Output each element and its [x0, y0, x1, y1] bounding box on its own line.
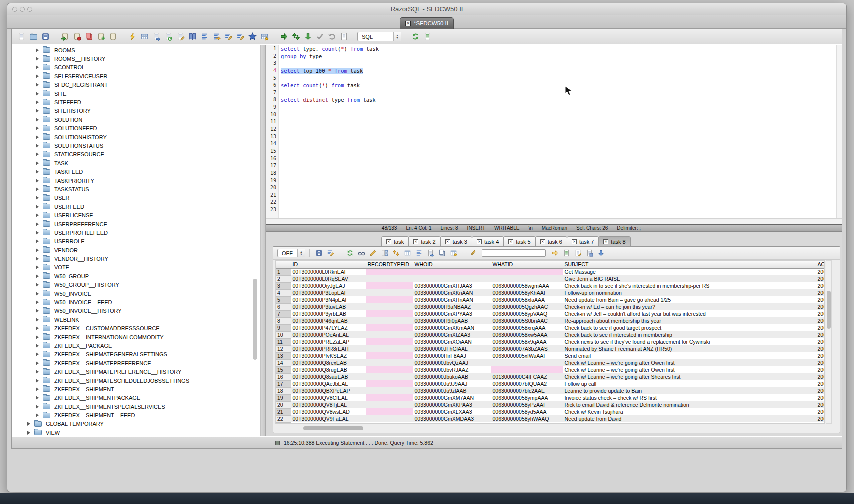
- column-header-ID[interactable]: ID: [291, 261, 366, 268]
- cell-subject[interactable]: Rick to email David & reference Delmonte…: [563, 402, 816, 408]
- disclosure-triangle-icon[interactable]: [36, 370, 39, 374]
- code-line-19[interactable]: [281, 178, 842, 186]
- cell-num[interactable]: 16: [276, 374, 291, 380]
- cell-whoid[interactable]: 0033000000GmXMDAA3: [413, 416, 491, 422]
- disclosure-triangle-icon[interactable]: [36, 179, 39, 183]
- column-header-SUBJECT[interactable]: SUBJECT: [563, 261, 816, 268]
- cell-recordtypeid[interactable]: [366, 394, 413, 402]
- cell-whatid[interactable]: [491, 276, 563, 282]
- cell-recordtypeid[interactable]: [366, 324, 413, 332]
- cell-ac[interactable]: 200: [816, 318, 825, 324]
- disclosure-triangle-icon[interactable]: [36, 396, 39, 400]
- disclosure-triangle-icon[interactable]: [36, 300, 39, 304]
- cell-id[interactable]: 00T3000000Q8rugEAB: [291, 366, 366, 374]
- cell-ac[interactable]: 200: [816, 304, 825, 310]
- window-titlebar[interactable]: RazorSQL - SFDCW50 II: [8, 4, 846, 16]
- cell-id[interactable]: 00T3000000QV8TjEAL: [291, 402, 366, 408]
- table-row[interactable]: 300T3000000OiyJgEAJ0033000000GmXHJAA3006…: [276, 282, 825, 290]
- cell-ac[interactable]: 200: [816, 352, 825, 360]
- cell-subject[interactable]: Give Jenn a BIG RAISE: [563, 276, 816, 282]
- cell-subject[interactable]: Follow up call: [563, 380, 816, 388]
- cell-ac[interactable]: 200: [816, 366, 825, 374]
- cell-whoid[interactable]: 0033000000Ju9zlAAB: [413, 388, 491, 394]
- result-tab-task-7[interactable]: ✕task 7: [567, 236, 599, 247]
- copy-table-icon[interactable]: [448, 248, 458, 258]
- cell-ac[interactable]: 200: [816, 296, 825, 304]
- table-row[interactable]: 2100T3000000QV8wsEAD0033000000GmXLXAA300…: [276, 408, 825, 416]
- code-line-11[interactable]: [281, 119, 842, 126]
- tab-close-icon[interactable]: ✕: [540, 240, 546, 244]
- cell-whoid[interactable]: 0033000000GmXOiAAN: [413, 338, 491, 346]
- insert-row-icon[interactable]: [380, 248, 390, 258]
- document-tab[interactable]: ✕ *SFDCW50 II: [400, 18, 454, 29]
- copy-connection-icon[interactable]: [84, 32, 94, 42]
- cell-subject[interactable]: Check nexis to see if they've found a re…: [563, 338, 816, 346]
- table-row[interactable]: 1800T3000000QBXPeEAP0033000000Ju9zlAAB00…: [276, 388, 825, 394]
- tab-close-icon[interactable]: ✕: [604, 240, 608, 244]
- disclosure-triangle-icon[interactable]: [36, 336, 39, 340]
- disconnect-icon[interactable]: [72, 32, 82, 42]
- cell-id[interactable]: 00T3000000P46qnEAB: [291, 318, 366, 324]
- disclosure-triangle-icon[interactable]: [36, 240, 39, 244]
- tab-close-icon[interactable]: ✕: [572, 240, 577, 244]
- refresh-results-icon[interactable]: [345, 248, 355, 258]
- cell-recordtypeid[interactable]: [366, 352, 413, 360]
- table-row[interactable]: 700T3000000P3yrbEAB0033000000GmXPYAA3006…: [276, 310, 825, 318]
- cell-recordtypeid[interactable]: [366, 408, 413, 416]
- statement-type-select[interactable]: SQL▲▼: [358, 32, 402, 42]
- cell-id[interactable]: 00T3000000L0RknEAF: [291, 268, 366, 276]
- copy-rows-icon[interactable]: [437, 248, 447, 258]
- cell-whoid[interactable]: 0033000000H9aNBAAZ: [413, 304, 491, 310]
- cell-ac[interactable]: 200: [816, 394, 825, 402]
- sidebar-item-solution[interactable]: SOLUTION: [12, 116, 260, 124]
- cell-whatid[interactable]: 006300000058ypVAAQ: [491, 310, 563, 318]
- disclosure-triangle-icon[interactable]: [36, 344, 39, 348]
- sidebar-item-w50-invoice-feed[interactable]: W50_INVOICE__FEED: [12, 298, 260, 306]
- cell-id[interactable]: 00T3000000QV8CfEAL: [291, 394, 366, 402]
- cell-recordtypeid[interactable]: [366, 338, 413, 346]
- sidebar-item-rooms[interactable]: ROOMS: [12, 46, 260, 54]
- table-row[interactable]: 1100T3000000PREZaEAP0033000000GmXOiAAN00…: [276, 338, 825, 346]
- cell-whoid[interactable]: [413, 268, 491, 276]
- sidebar-item-zkfedex-shipmatepreference-history[interactable]: ZKFEDEX__SHIPMATEPREFERENCE__HISTORY: [12, 368, 260, 376]
- code-line-2[interactable]: group by type: [281, 54, 842, 61]
- cell-num[interactable]: 1: [276, 268, 291, 276]
- find-next-icon[interactable]: [550, 248, 560, 258]
- cell-num[interactable]: 8: [276, 318, 291, 324]
- sidebar-item-sitefeed[interactable]: SITEFEED: [12, 98, 260, 106]
- close-window-button[interactable]: [12, 7, 18, 12]
- cell-subject[interactable]: Nominated by Shane Freeman at ANZ (HR50): [563, 346, 816, 352]
- cell-recordtypeid[interactable]: [366, 318, 413, 324]
- sidebar-item-userrole[interactable]: USERROLE: [12, 238, 260, 246]
- cell-whoid[interactable]: 0033000000H9i0pAAB: [413, 318, 491, 324]
- cell-subject[interactable]: Get Massage: [563, 268, 816, 276]
- code-line-5[interactable]: [281, 76, 842, 83]
- table-row[interactable]: 1000T3000000POeAnEAL0033000000GmXIZAA300…: [276, 332, 825, 338]
- sidebar-item-w50-invoice[interactable]: W50_INVOICE: [12, 290, 260, 298]
- disclosure-triangle-icon[interactable]: [36, 362, 39, 366]
- sidebar-item-selfserviceuser[interactable]: SELFSERVICEUSER: [12, 72, 260, 80]
- sidebar-item-w50-group-history[interactable]: W50_GROUP__HISTORY: [12, 281, 260, 290]
- cell-num[interactable]: 11: [276, 338, 291, 346]
- switch-connection-icon[interactable]: [290, 32, 302, 42]
- save-cell-icon[interactable]: [584, 248, 594, 258]
- fetch-more-icon[interactable]: [596, 248, 606, 258]
- code-line-9[interactable]: [281, 104, 842, 112]
- cell-id[interactable]: 00T3000000QAeJbEAL: [291, 380, 366, 388]
- open-file-icon[interactable]: [28, 32, 39, 42]
- disclosure-triangle-icon[interactable]: [36, 205, 39, 209]
- append-results-icon[interactable]: [562, 248, 572, 258]
- save-icon[interactable]: [40, 32, 51, 42]
- disclosure-triangle-icon[interactable]: [36, 162, 39, 166]
- sidebar-item-weblink[interactable]: WEBLINK: [12, 316, 260, 324]
- cell-num[interactable]: 22: [276, 416, 291, 422]
- sidebar-item-vendor[interactable]: VENDOR: [12, 246, 260, 254]
- cell-id[interactable]: 00T3000000P3LopEAF: [291, 290, 366, 296]
- results-vscrollbar-thumb[interactable]: [827, 291, 831, 329]
- disclosure-triangle-icon[interactable]: [36, 326, 39, 330]
- cell-recordtypeid[interactable]: [366, 374, 413, 380]
- cell-ac[interactable]: 200: [816, 402, 825, 408]
- cell-subject[interactable]: Check back to see if interested in membe…: [563, 332, 816, 338]
- cell-whatid[interactable]: [491, 268, 563, 276]
- cell-recordtypeid[interactable]: [366, 332, 413, 338]
